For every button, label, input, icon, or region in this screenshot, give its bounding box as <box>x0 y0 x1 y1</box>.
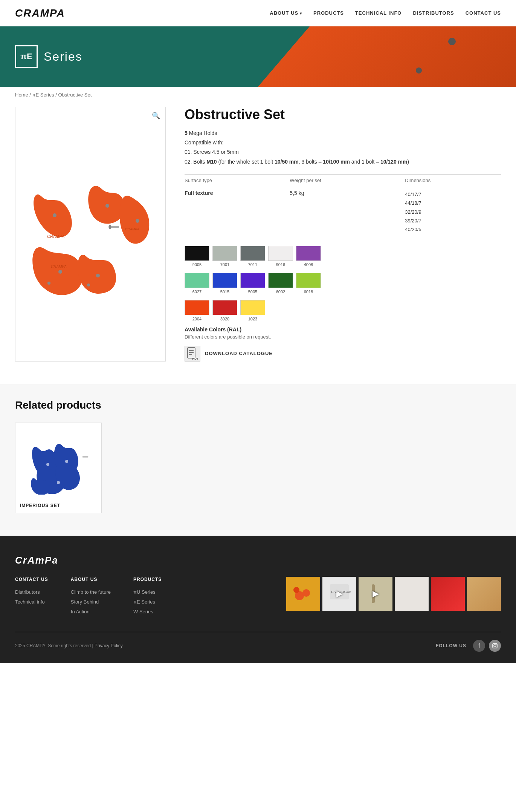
follow-label: FOLLOW US <box>436 643 466 648</box>
product-details: Obstructive Set 5 Mega Holds Compatible … <box>185 107 501 362</box>
product-section: 🔍 CRAMPA CRAMPA CRAMPA <box>0 103 516 384</box>
swatch-label: 6002 <box>276 290 285 294</box>
swatch-item[interactable]: 5015 <box>212 273 237 294</box>
footer-action-link[interactable]: In Action <box>71 607 111 617</box>
swatch-label: 9005 <box>192 262 202 267</box>
related-grid: IMPERIOUS SET <box>15 423 501 513</box>
breadcrumb-sep2: / <box>55 92 58 98</box>
hero-bolt-2 <box>416 67 422 74</box>
footer-images: CATALOGUE ▶ ▶ <box>286 577 501 611</box>
svg-text:CRAMPA: CRAMPA <box>125 227 139 231</box>
swatch-label: 6018 <box>304 290 313 294</box>
zoom-icon[interactable]: 🔍 <box>152 112 160 120</box>
swatch-box[interactable] <box>212 300 237 315</box>
site-footer: CrAmPa CONTACT US Distributors Technical… <box>0 536 516 663</box>
breadcrumb-current: Obstructive Set <box>58 92 92 98</box>
site-logo[interactable]: CRAMPA <box>15 7 65 19</box>
swatch-box[interactable] <box>240 300 265 315</box>
download-catalogue-link[interactable]: PDF DOWNLOAD CATALOGUE <box>185 346 501 362</box>
social-icons: FOLLOW US f <box>436 640 501 652</box>
nav-distributors[interactable]: DISTRIBUTORS <box>413 10 454 16</box>
product-meta: 5 Mega Holds Compatible with: 01. Screws… <box>185 129 501 167</box>
swatch-box[interactable] <box>185 246 209 261</box>
footer-thumb-3[interactable]: ▶ <box>359 577 392 611</box>
footer-columns: CONTACT US Distributors Technical info A… <box>15 577 162 617</box>
footer-thumb-1[interactable] <box>286 577 320 611</box>
facebook-icon[interactable]: f <box>473 640 485 652</box>
colors-title: Available Colors (RAL) <box>185 326 501 332</box>
swatch-label: 9016 <box>276 262 285 267</box>
svg-point-9 <box>87 283 90 286</box>
swatch-box[interactable] <box>240 246 265 261</box>
nav-products[interactable]: PRODUCTS <box>313 10 344 16</box>
swatch-item[interactable]: 2004 <box>185 300 209 321</box>
privacy-policy-link[interactable]: Privacy Policy <box>95 643 123 648</box>
swatch-item[interactable]: 6002 <box>268 273 293 294</box>
nav-about[interactable]: ABOUT US <box>270 10 302 16</box>
col-surface: Surface type <box>185 174 290 186</box>
svg-point-2 <box>105 204 109 208</box>
swatch-item[interactable]: 6027 <box>185 273 209 294</box>
related-card-label: IMPERIOUS SET <box>15 498 101 513</box>
swatch-label: 5005 <box>248 290 257 294</box>
instagram-icon[interactable] <box>489 640 501 652</box>
nav-contact[interactable]: CONTACT US <box>466 10 501 16</box>
swatch-item[interactable]: 9016 <box>268 246 293 267</box>
footer-thumb-4[interactable] <box>395 577 429 611</box>
swatch-box[interactable] <box>185 273 209 288</box>
breadcrumb-series[interactable]: πE Series <box>32 92 54 98</box>
swatch-item[interactable]: 6018 <box>296 273 321 294</box>
related-card[interactable]: IMPERIOUS SET <box>15 423 102 513</box>
swatch-box[interactable] <box>268 273 293 288</box>
swatch-label: 6027 <box>192 290 202 294</box>
breadcrumb-sep1: / <box>29 92 32 98</box>
breadcrumb-home[interactable]: Home <box>15 92 28 98</box>
swatch-item[interactable]: 3020 <box>212 300 237 321</box>
svg-point-0 <box>53 213 56 217</box>
footer-distributors-link[interactable]: Distributors <box>15 587 48 597</box>
col-weight: Weight per set <box>290 174 405 186</box>
download-label: DOWNLOAD CATALOGUE <box>205 351 273 356</box>
compat-label: Compatible with: <box>185 138 501 147</box>
swatch-item[interactable]: 7011 <box>240 246 265 267</box>
svg-rect-11 <box>109 225 111 229</box>
footer-pi-e-link[interactable]: πE Series <box>133 597 162 607</box>
col-dims: Dimensions <box>405 174 501 186</box>
footer-story-link[interactable]: Story Behind <box>71 597 111 607</box>
svg-point-5 <box>58 270 62 274</box>
nav-tech[interactable]: TECHNICAL INFO <box>355 10 402 16</box>
swatch-box[interactable] <box>212 246 237 261</box>
footer-pi-u-link[interactable]: πU Series <box>133 587 162 597</box>
swatch-label: 2004 <box>192 317 202 321</box>
product-image-container[interactable]: 🔍 CRAMPA CRAMPA CRAMPA <box>15 107 166 362</box>
series-badge: πE Series <box>15 45 82 68</box>
swatch-box[interactable] <box>185 300 209 315</box>
footer-thumb-6[interactable] <box>467 577 501 611</box>
swatch-item[interactable]: 9005 <box>185 246 209 267</box>
footer-tech-link[interactable]: Technical info <box>15 597 48 607</box>
footer-thumb-5[interactable] <box>431 577 465 611</box>
swatch-box[interactable] <box>296 246 321 261</box>
holds-count: 5 <box>185 130 188 136</box>
swatch-item[interactable]: 4008 <box>296 246 321 267</box>
swatch-box[interactable] <box>240 273 265 288</box>
swatch-box[interactable] <box>212 273 237 288</box>
swatch-item[interactable]: 5005 <box>240 273 265 294</box>
footer-logo[interactable]: CrAmPa <box>15 555 501 566</box>
hero-bolt-1 <box>448 38 456 45</box>
footer-w-series-link[interactable]: W Series <box>133 607 162 617</box>
swatch-item[interactable]: 7001 <box>212 246 237 267</box>
series-label: Series <box>44 50 82 64</box>
footer-bottom: 2025 CRAMPA. Some rights reserved | Priv… <box>15 632 501 652</box>
swatch-label: 4008 <box>304 262 313 267</box>
surface-val: Full texture <box>185 186 290 238</box>
footer-col-products: PRODUCTS πU Series πE Series W Series <box>133 577 162 617</box>
footer-thumb-2[interactable]: CATALOGUE ▶ <box>322 577 356 611</box>
swatch-box[interactable] <box>268 246 293 261</box>
swatch-box[interactable] <box>296 273 321 288</box>
svg-point-17 <box>46 463 49 466</box>
screw-line: 01. Screws 4.5 or 5mm <box>185 147 501 157</box>
swatch-item[interactable]: 1023 <box>240 300 265 321</box>
footer-climb-link[interactable]: Climb to the future <box>71 587 111 597</box>
specs-table: Surface type Weight per set Dimensions F… <box>185 174 501 238</box>
